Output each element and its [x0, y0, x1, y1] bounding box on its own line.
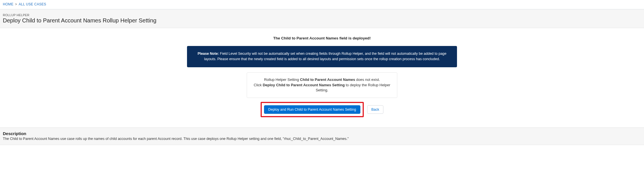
description-heading: Description	[3, 131, 641, 136]
info-line1-bold: Child to Parent Account Names	[300, 77, 355, 82]
breadcrumb-all-use-cases[interactable]: ALL USE CASES	[19, 2, 46, 6]
header-eyebrow: ROLLUP HELPER	[3, 13, 641, 17]
deploy-and-run-button[interactable]: Deploy and Run Child to Parent Account N…	[264, 105, 360, 114]
back-button[interactable]: Back	[367, 105, 384, 114]
content-area: The Child to Parent Account Names field …	[0, 28, 644, 120]
breadcrumb-home[interactable]: HOME	[3, 2, 13, 6]
note-prefix: Please Note:	[198, 52, 219, 56]
page-header: ROLLUP HELPER Deploy Child to Parent Acc…	[0, 9, 644, 28]
info-line2-pre: Click	[254, 83, 263, 87]
description-section: Description The Child to Parent Account …	[0, 127, 644, 145]
page-title: Deploy Child to Parent Account Names Rol…	[3, 17, 641, 24]
please-note-box: Please Note: Field Level Security will n…	[187, 46, 457, 67]
breadcrumb: HOME > ALL USE CASES	[0, 0, 644, 9]
note-body: Field Level Security will not be automat…	[204, 52, 446, 61]
breadcrumb-sep: >	[14, 2, 18, 6]
info-line1-pre: Rollup Helper Setting	[264, 77, 300, 82]
deployed-message: The Child to Parent Account Names field …	[3, 36, 641, 40]
button-row: Deploy and Run Child to Parent Account N…	[3, 102, 641, 117]
info-line2-bold: Deploy Child to Parent Account Names Set…	[263, 83, 344, 87]
info-line1-post: does not exist.	[355, 77, 380, 82]
setting-info-card: Rollup Helper Setting Child to Parent Ac…	[247, 72, 397, 98]
description-body: The Child to Parent Account Names use ca…	[3, 137, 641, 141]
deploy-button-highlight: Deploy and Run Child to Parent Account N…	[261, 102, 364, 117]
